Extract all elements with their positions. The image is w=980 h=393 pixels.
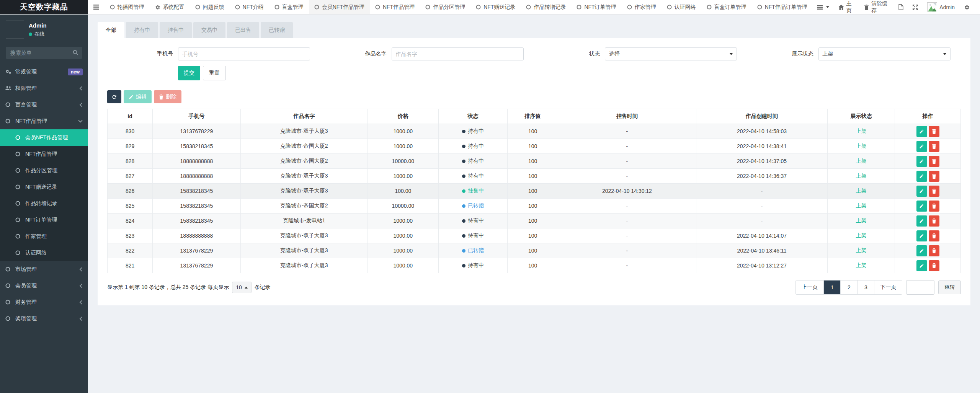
display-state-link[interactable]: 上架 xyxy=(856,262,867,268)
tab-全部[interactable]: 全部 xyxy=(98,22,124,38)
sidebar-item[interactable]: 奖项管理 xyxy=(0,310,88,327)
filter-select[interactable]: 上架 xyxy=(818,47,951,60)
prev-page-button[interactable]: 上一页 xyxy=(796,280,823,294)
sidebar-item[interactable]: 常规管理new xyxy=(0,64,88,80)
search-icon[interactable] xyxy=(73,50,78,55)
navbar-item[interactable]: NFT订单管理 xyxy=(571,0,621,14)
navbar-item[interactable]: NFT介绍 xyxy=(230,0,269,14)
navbar-item[interactable]: 会员NFT作品管理 xyxy=(309,0,370,14)
navbar-item[interactable]: NFT作品管理 xyxy=(370,0,420,14)
navbar-item[interactable]: 作品转增记录 xyxy=(521,0,571,14)
display-state-link[interactable]: 上架 xyxy=(856,232,867,238)
sidebar-subitem[interactable]: 作品分区管理 xyxy=(0,162,88,179)
page-button-1[interactable]: 1 xyxy=(823,280,840,294)
submit-button[interactable]: 提交 xyxy=(178,66,200,80)
display-state-link[interactable]: 上架 xyxy=(856,128,867,134)
display-state-link[interactable]: 上架 xyxy=(856,143,867,149)
row-delete-button[interactable] xyxy=(929,260,939,271)
page-size-select[interactable]: 10 xyxy=(232,282,252,293)
row-delete-button[interactable] xyxy=(929,156,939,167)
row-edit-button[interactable] xyxy=(916,186,927,197)
sidebar-subitem[interactable]: 作家管理 xyxy=(0,228,88,245)
page-button-3[interactable]: 3 xyxy=(857,280,874,294)
table-row[interactable]: 82615838218345克隆城市-双子大厦3100.00挂售中1002022… xyxy=(108,184,961,199)
row-delete-button[interactable] xyxy=(929,245,939,256)
navbar-item[interactable]: 问题反馈 xyxy=(190,0,230,14)
table-row[interactable]: 82213137678229克隆城市-双子大厦31000.00已转赠100-20… xyxy=(108,243,961,258)
navbar-item[interactable]: NFT赠送记录 xyxy=(470,0,521,14)
navbar-item[interactable]: 轮播图管理 xyxy=(105,0,150,14)
table-row[interactable]: 83013137678229克隆城市-双子大厦31000.00持有中100-20… xyxy=(108,124,961,139)
tab-挂售中[interactable]: 挂售中 xyxy=(160,22,192,38)
tab-已出售[interactable]: 已出售 xyxy=(227,22,259,38)
row-edit-button[interactable] xyxy=(916,215,927,227)
table-row[interactable]: 82718888888888克隆城市-双子大厦31000.00持有中100-20… xyxy=(108,169,961,184)
fullscreen-button[interactable] xyxy=(908,0,923,15)
sidebar-subitem[interactable]: 作品转增记录 xyxy=(0,195,88,212)
table-row[interactable]: 82415838218345克隆城市-发电站11000.00持有中100--上架 xyxy=(108,214,961,228)
filter-input[interactable] xyxy=(392,47,524,60)
delete-button[interactable]: 删除 xyxy=(154,90,181,103)
sidebar-item[interactable]: 市场管理 xyxy=(0,261,88,277)
tab-持有中[interactable]: 持有中 xyxy=(126,22,158,38)
navbar-item[interactable]: 盲盒管理 xyxy=(269,0,309,14)
table-row[interactable]: 82818888888888克隆城市-帝国大厦210000.00持有中100-2… xyxy=(108,154,961,169)
display-state-link[interactable]: 上架 xyxy=(856,158,867,164)
edit-button[interactable]: 编辑 xyxy=(124,90,152,103)
table-row[interactable]: 82318888888888克隆城市-双子大厦31000.00持有中100-20… xyxy=(108,228,961,243)
table-row[interactable]: 82515838218345克隆城市-帝国大厦210000.00已转赠100--… xyxy=(108,199,961,214)
home-button[interactable]: 主页 xyxy=(834,0,859,15)
navbar-item[interactable]: 认证网络 xyxy=(662,0,701,14)
sidebar-item[interactable]: 会员管理 xyxy=(0,277,88,294)
reset-button[interactable]: 重置 xyxy=(203,66,226,80)
user-menu[interactable]: Admin xyxy=(923,0,959,15)
navbar-item[interactable]: 作品分区管理 xyxy=(420,0,470,14)
filter-input[interactable] xyxy=(178,47,310,60)
display-state-link[interactable]: 上架 xyxy=(856,247,867,253)
settings-button[interactable] xyxy=(959,0,975,15)
display-state-link[interactable]: 上架 xyxy=(856,188,867,194)
sidebar-item[interactable]: 财务管理 xyxy=(0,294,88,310)
jump-button[interactable]: 跳转 xyxy=(938,280,961,294)
sidebar-subitem[interactable]: NFT赠送记录 xyxy=(0,179,88,195)
filter-select[interactable]: 选择 xyxy=(605,47,737,60)
row-edit-button[interactable] xyxy=(916,230,927,241)
row-edit-button[interactable] xyxy=(916,141,927,152)
row-edit-button[interactable] xyxy=(916,171,927,182)
row-delete-button[interactable] xyxy=(929,126,939,137)
row-delete-button[interactable] xyxy=(929,141,939,152)
row-edit-button[interactable] xyxy=(916,201,927,212)
page-button-2[interactable]: 2 xyxy=(840,280,857,294)
next-page-button[interactable]: 下一页 xyxy=(874,280,902,294)
row-edit-button[interactable] xyxy=(916,260,927,271)
sidebar-item[interactable]: 盲盒管理 xyxy=(0,96,88,113)
navbar-item[interactable]: 盲盒订单管理 xyxy=(701,0,752,14)
sidebar-subitem[interactable]: NFT作品管理 xyxy=(0,146,88,162)
navbar-item[interactable]: 系统配置 xyxy=(150,0,190,14)
row-delete-button[interactable] xyxy=(929,215,939,227)
navbar-item[interactable]: 作家管理 xyxy=(622,0,662,14)
sidebar-item[interactable]: 权限管理 xyxy=(0,80,88,96)
row-delete-button[interactable] xyxy=(929,201,939,212)
refresh-button[interactable] xyxy=(107,90,121,103)
tab-交易中[interactable]: 交易中 xyxy=(193,22,225,38)
sidebar-subitem[interactable]: 认证网络 xyxy=(0,245,88,261)
sidebar-subitem[interactable]: 会员NFT作品管理 xyxy=(0,129,88,146)
menu-collapse-button[interactable] xyxy=(813,0,834,15)
row-delete-button[interactable] xyxy=(929,171,939,182)
row-delete-button[interactable] xyxy=(929,186,939,197)
sidebar-item[interactable]: NFT作品管理 xyxy=(0,113,88,129)
tab-已转赠[interactable]: 已转赠 xyxy=(261,22,293,38)
sidebar-subitem[interactable]: NFT订单管理 xyxy=(0,212,88,228)
display-state-link[interactable]: 上架 xyxy=(856,173,867,179)
row-delete-button[interactable] xyxy=(929,230,939,241)
row-edit-button[interactable] xyxy=(916,245,927,256)
sidebar-toggle-icon[interactable] xyxy=(88,0,105,14)
display-state-link[interactable]: 上架 xyxy=(856,217,867,223)
clear-cache-button[interactable]: 清除缓存 xyxy=(859,0,894,15)
table-row[interactable]: 82113137678229克隆城市-双子大厦31000.00持有中100-20… xyxy=(108,258,961,273)
row-edit-button[interactable] xyxy=(916,156,927,167)
jump-page-input[interactable] xyxy=(906,280,934,295)
sidebar-search-input[interactable] xyxy=(6,47,82,59)
lock-screen-button[interactable] xyxy=(894,0,908,15)
